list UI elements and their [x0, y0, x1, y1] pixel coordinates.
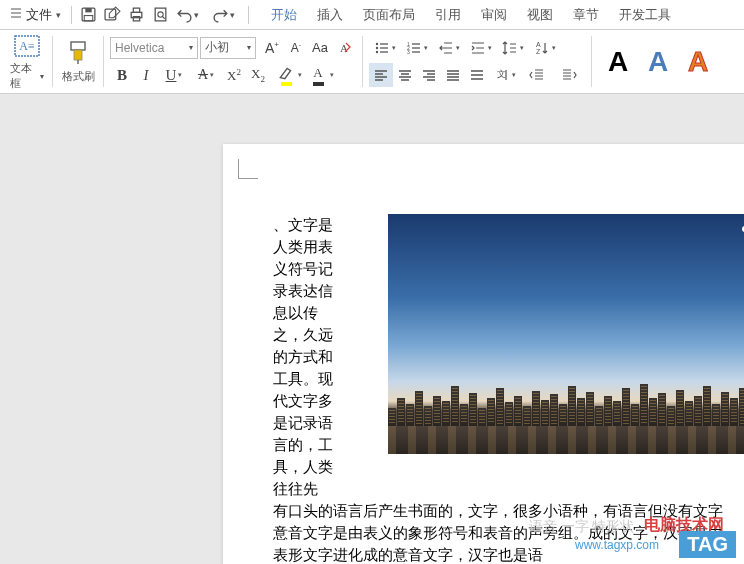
page-corner	[238, 159, 258, 179]
undo-dropdown[interactable]: ▾	[194, 10, 204, 20]
separator	[591, 36, 592, 87]
hamburger-icon	[10, 7, 22, 22]
number-list-button[interactable]: 123▾	[401, 36, 433, 60]
superscript-button[interactable]: X2	[222, 63, 246, 87]
textbox-group[interactable]: A≡ 文本框▾	[4, 32, 50, 91]
faint-text: 语音 一字 特形状	[529, 518, 634, 536]
svg-rect-2	[84, 16, 93, 21]
indent-right-button[interactable]	[553, 63, 585, 87]
font-color-button[interactable]: A ▾	[302, 63, 334, 87]
separator	[103, 36, 104, 87]
clear-format-button[interactable]: A	[332, 36, 356, 60]
subscript-button[interactable]: X2	[246, 63, 270, 87]
bullet-list-button[interactable]: ▾	[369, 36, 401, 60]
document-canvas[interactable]: 、文字是人类用表义符号记录表达信息以传之，久远的方式和工具。现代文字多是记录语言…	[0, 94, 744, 564]
textbox-icon: A≡	[13, 32, 41, 59]
tab-view[interactable]: 视图	[517, 0, 563, 29]
svg-rect-11	[71, 42, 85, 50]
svg-point-8	[157, 12, 162, 17]
align-left-button[interactable]	[369, 63, 393, 87]
chevron-down-icon: ▾	[247, 43, 251, 52]
tab-start[interactable]: 开始	[261, 0, 307, 29]
text-column: 、文字是人类用表义符号记录表达信息以传之，久远的方式和工具。现代文字多是记录语言…	[273, 214, 338, 500]
svg-text:A≡: A≡	[19, 39, 35, 53]
align-right-button[interactable]	[417, 63, 441, 87]
chevron-down-icon: ▾	[189, 43, 193, 52]
separator	[71, 6, 72, 24]
undo-icon[interactable]	[172, 3, 196, 27]
tag-badge: TAG	[679, 531, 736, 558]
indent-left-button[interactable]	[521, 63, 553, 87]
document-body[interactable]: 、文字是人类用表义符号记录表达信息以传之，久远的方式和工具。现代文字多是记录语言…	[273, 214, 744, 564]
redo-dropdown[interactable]: ▾	[230, 10, 240, 20]
print-preview-icon[interactable]	[148, 3, 172, 27]
svg-point-14	[376, 43, 378, 45]
svg-text:3: 3	[407, 49, 410, 55]
align-distribute-button[interactable]	[465, 63, 489, 87]
linespacing-button[interactable]: ▾	[497, 36, 529, 60]
font-shrink-button[interactable]: A-	[284, 36, 308, 60]
watermark-url: www.tagxp.com	[575, 538, 659, 552]
text-style-2[interactable]: A	[638, 46, 678, 78]
file-menu-label: 文件	[26, 6, 52, 24]
print-icon[interactable]	[124, 3, 148, 27]
separator	[362, 36, 363, 87]
redo-icon[interactable]	[208, 3, 232, 27]
textbox-label: 文本框	[10, 61, 38, 91]
font-name-combo[interactable]: Helvetica ▾	[110, 37, 198, 59]
svg-text:Z: Z	[536, 48, 541, 55]
font-grow-button[interactable]: A+	[260, 36, 284, 60]
italic-button[interactable]: I	[134, 63, 158, 87]
svg-rect-1	[85, 8, 91, 12]
svg-text:A: A	[536, 41, 541, 48]
format-painter-group[interactable]: 格式刷	[55, 32, 101, 91]
text-style-3[interactable]: A	[678, 46, 718, 78]
bold-button[interactable]: B	[110, 63, 134, 87]
tab-devtools[interactable]: 开发工具	[609, 0, 681, 29]
format-painter-icon	[64, 39, 92, 67]
font-name-value: Helvetica	[115, 41, 164, 55]
text-line: 表形文字进化成的意音文字，汉字也是语	[273, 544, 744, 564]
outdent-button[interactable]: ▾	[433, 36, 465, 60]
chevron-down-icon: ▾	[56, 10, 61, 20]
file-menu[interactable]: 文件 ▾	[4, 0, 67, 29]
sort-button[interactable]: AZ▾	[529, 36, 561, 60]
strike-button[interactable]: A▾	[190, 63, 222, 87]
align-center-button[interactable]	[393, 63, 417, 87]
inline-image[interactable]	[388, 214, 744, 454]
highlight-button[interactable]: ▾	[270, 63, 302, 87]
tab-cite[interactable]: 引用	[425, 0, 471, 29]
text-style-1[interactable]: A	[598, 46, 638, 78]
tab-insert[interactable]: 插入	[307, 0, 353, 29]
separator	[52, 36, 53, 87]
page: 、文字是人类用表义符号记录表达信息以传之，久远的方式和工具。现代文字多是记录语言…	[223, 144, 744, 564]
svg-text:文: 文	[497, 69, 506, 79]
svg-rect-5	[133, 8, 139, 12]
change-case-button[interactable]: Aa	[308, 36, 332, 60]
highlight-swatch	[281, 82, 292, 86]
tab-section[interactable]: 章节	[563, 0, 609, 29]
tab-review[interactable]: 审阅	[471, 0, 517, 29]
indent-button[interactable]: ▾	[465, 36, 497, 60]
separator	[248, 6, 249, 24]
underline-button[interactable]: U▾	[158, 63, 190, 87]
font-size-value: 小初	[205, 39, 229, 56]
text-direction-button[interactable]: 文▾	[489, 63, 521, 87]
format-painter-label: 格式刷	[62, 69, 95, 84]
save-icon[interactable]	[76, 3, 100, 27]
save-as-icon[interactable]	[100, 3, 124, 27]
font-size-combo[interactable]: 小初 ▾	[200, 37, 256, 59]
svg-point-15	[376, 47, 378, 49]
svg-point-16	[376, 51, 378, 53]
tab-pagelayout[interactable]: 页面布局	[353, 0, 425, 29]
align-justify-button[interactable]	[441, 63, 465, 87]
ribbon-tabs: 开始 插入 页面布局 引用 审阅 视图 章节 开发工具	[261, 0, 681, 29]
fontcolor-swatch	[313, 82, 324, 86]
svg-rect-12	[74, 50, 82, 60]
